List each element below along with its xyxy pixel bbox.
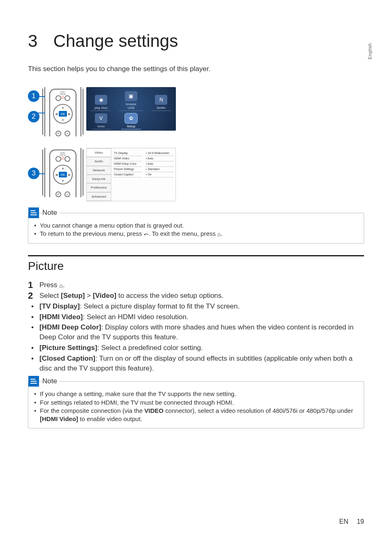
language-tab: English: [367, 43, 372, 60]
options-icon: ≡: [65, 131, 70, 136]
settings-tab-audio: Audio: [87, 157, 111, 166]
settings-option: HDMI Video: [113, 156, 142, 161]
settings-value: Standard: [145, 167, 174, 172]
settings-value: Auto: [145, 156, 174, 161]
step-item: 1Press ⌂.: [28, 280, 364, 290]
settings-option: TV Display: [113, 151, 142, 156]
home-tile-setup: ✿Setup: [119, 113, 143, 129]
settings-tab-video: Video: [87, 148, 111, 157]
settings-value: 16:9 Widescreen: [145, 151, 174, 156]
note-item: For settings related to HDMI, the TV mus…: [34, 398, 358, 407]
note-item: For the composite connection (via the VI…: [34, 407, 358, 424]
home-tile-vudu: VVudu: [89, 113, 113, 129]
settings-value: On: [145, 172, 174, 177]
settings-screen: VideoAudioNetworkEasyLinkPreferenceAdvan…: [86, 148, 176, 201]
remote-diagram: DISCMENU ⌂ ↶ ≡ ▲ ▼ ◀ ▶: [44, 87, 81, 136]
footer-lang: EN: [339, 518, 348, 525]
step-item: [Picture Settings]: Select a predefined …: [28, 343, 364, 353]
back-icon: ⤺: [144, 231, 149, 237]
home-tile-play-disc: ◉play Disc: [89, 95, 113, 111]
home-tile-netflix: NNetflix: [149, 95, 173, 111]
note-icon: [28, 207, 39, 218]
step-item: [Closed Caption]: Turn on or off the dis…: [28, 354, 364, 373]
note-item: To return to the previous menu, press ⤺.…: [34, 230, 358, 238]
note-title: Note: [42, 377, 60, 385]
back-icon: ↶: [55, 131, 61, 136]
settings-tab-network: Network: [87, 166, 111, 175]
chapter-title: Change settings: [53, 31, 178, 51]
step-item: 2Select [Setup] > [Video] to access the …: [28, 291, 364, 301]
chapter-heading: 3 Change settings: [28, 31, 364, 51]
intro-text: This section helps you to change the set…: [28, 65, 364, 73]
footer-page: 19: [357, 518, 364, 525]
chapter-number: 3: [28, 31, 48, 51]
note-title: Note: [42, 209, 60, 217]
home-icon: ⌂: [61, 94, 65, 100]
section-title-picture: Picture: [28, 260, 364, 273]
step-item: [HDMI Deep Color]: Display colors with m…: [28, 322, 364, 342]
home-icon: ⌂: [59, 282, 62, 289]
settings-tab-easylink: EasyLink: [87, 175, 111, 183]
note-icon: [28, 376, 39, 387]
picture-steps-list: 1Press ⌂.2Select [Setup] > [Video] to ac…: [28, 280, 364, 373]
figure-steps-1-2: 1 2 DISCMENU ⌂ ↶ ≡ ▲ ▼ ◀ ▶ ◉play Disc▣b: [28, 87, 364, 136]
settings-option: Closed Caption: [113, 172, 142, 177]
step-item: [HDMI Video]: Select an HDMI video resol…: [28, 312, 364, 322]
home-tile-browse-usb: ▣browse USB: [119, 91, 143, 111]
note-item: If you change a setting, make sure that …: [34, 390, 358, 398]
note-box-1: Note You cannot change a menu option tha…: [28, 213, 364, 244]
settings-option: Picture Settings: [113, 167, 142, 172]
settings-tab-advanced: Advanced: [87, 192, 111, 201]
page-footer: EN 19: [339, 518, 364, 525]
home-screen: ◉play Disc▣browse USBNNetflixVVudu✿Setup: [86, 87, 176, 131]
remote-diagram-2: DISCMENU ⌂ ↶ ≡ ▲ ▼ ◀ ▶: [44, 148, 81, 197]
figure-step-3: 3 DISCMENU ⌂ ↶ ≡ ▲ ▼ ◀ ▶ VideoAudioNetwo…: [28, 148, 364, 201]
settings-option: HDMI Deep Color: [113, 161, 142, 167]
settings-tab-preference: Preference: [87, 183, 111, 192]
home-icon: ⌂: [217, 231, 221, 237]
step-item: [TV Display]: Select a picture display f…: [28, 302, 364, 311]
note-item: You cannot change a menu option that is …: [34, 221, 358, 230]
note-box-2: Note If you change a setting, make sure …: [28, 381, 364, 428]
settings-value: Auto: [145, 161, 174, 167]
